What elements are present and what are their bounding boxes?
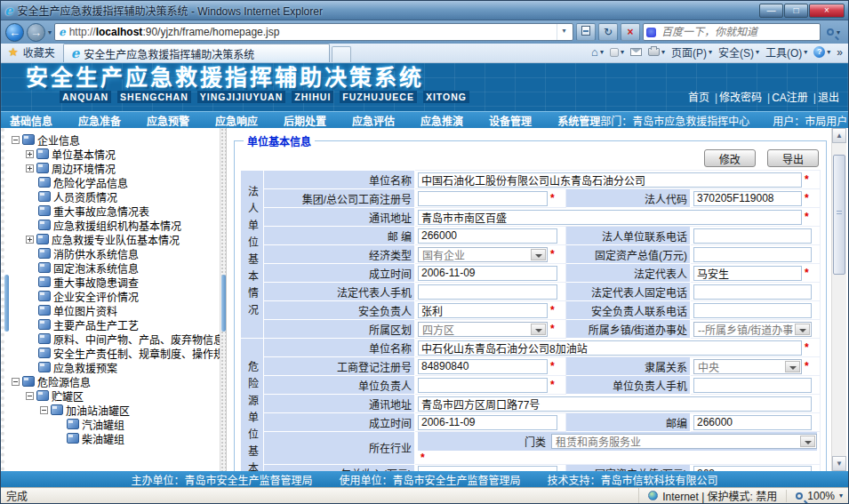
feeds-button[interactable]: ▾ [610, 48, 624, 57]
compatibility-view-button[interactable] [576, 23, 596, 41]
form-input[interactable] [693, 228, 812, 244]
tab-active[interactable]: e 安全生产应急救援指挥辅助决策系统 [63, 44, 330, 62]
help-button[interactable]: ?▾ [813, 46, 830, 58]
nav-item[interactable]: 设备管理 [489, 113, 532, 128]
form-input[interactable] [418, 359, 548, 374]
nav-item[interactable]: 后期处置 [284, 113, 326, 128]
form-input[interactable] [418, 172, 802, 188]
search-input[interactable] [660, 25, 818, 39]
tree-expander-icon[interactable] [26, 164, 34, 172]
form-select[interactable]: 国有企业 [418, 247, 548, 262]
form-select[interactable]: 中央 [693, 359, 802, 374]
tree-expander-icon[interactable] [12, 378, 20, 386]
form-input[interactable] [418, 303, 548, 318]
form-input[interactable] [693, 303, 812, 318]
tree-item[interactable]: 应急救援专业队伍基本情况 [12, 232, 220, 246]
tree-item[interactable]: 企业信息 [12, 132, 220, 147]
form-select[interactable]: 租赁和商务服务业 [551, 434, 817, 449]
nav-item[interactable]: 应急推演 [420, 113, 463, 128]
tree-item[interactable]: 主要产品生产工艺 [12, 317, 220, 332]
scroll-thumb[interactable] [833, 155, 845, 275]
tree-item[interactable]: 应急救援组织机构基本情况 [12, 218, 220, 232]
scroll-up-button[interactable]: ▲ [832, 128, 846, 143]
form-input[interactable] [693, 247, 812, 262]
form-input[interactable] [418, 340, 802, 356]
close-button[interactable]: × [809, 4, 845, 18]
form-input[interactable] [418, 191, 548, 206]
splitter-collapse-handle[interactable] [221, 275, 226, 332]
tree-item[interactable]: 应急救援预案 [12, 360, 220, 374]
tree-item[interactable]: 加油站油罐区 [12, 403, 220, 417]
form-input[interactable] [418, 396, 812, 412]
print-button[interactable]: ▾ [648, 48, 665, 56]
form-input[interactable] [693, 266, 802, 281]
form-input[interactable] [693, 415, 812, 430]
nav-item[interactable]: 应急评估 [352, 113, 395, 128]
nav-item[interactable]: 基础信息 [10, 113, 52, 128]
forward-button[interactable]: → [27, 23, 45, 42]
form-input[interactable] [418, 266, 557, 281]
tree-item[interactable]: 单位图片资料 [12, 303, 220, 317]
header-link[interactable]: CA注册 [772, 92, 808, 104]
tree-item[interactable]: 原料、中间产物、产品、废弃物信息 [12, 332, 220, 346]
tree-item[interactable]: 危险化学品信息 [12, 175, 220, 189]
tree-expander-icon[interactable] [26, 392, 34, 400]
header-link[interactable]: 首页 [688, 92, 709, 104]
refresh-button[interactable]: ↻ [598, 23, 618, 41]
tree-item[interactable]: 贮罐区 [12, 388, 220, 403]
minimize-button[interactable]: — [759, 4, 783, 18]
nav-item[interactable]: 应急准备 [78, 113, 121, 128]
search-button[interactable]: ▾ [823, 28, 844, 36]
form-input[interactable] [418, 284, 557, 300]
read-mail-button[interactable] [630, 48, 642, 56]
maximize-button[interactable]: □ [784, 4, 808, 18]
form-input[interactable] [693, 466, 812, 471]
form-select[interactable]: --所属乡镇/街道办事处-- [693, 322, 812, 337]
tree-expander-icon[interactable] [12, 136, 20, 144]
nav-item[interactable]: 应急响应 [215, 113, 258, 128]
search-dropdown-icon[interactable]: ▾ [837, 28, 840, 36]
tree-item[interactable]: 重大事故应急情况表 [12, 204, 220, 218]
tools-menu-button[interactable]: 工具(O)▾ [765, 44, 807, 60]
nav-item[interactable]: 系统管理 [557, 113, 600, 128]
export-button[interactable]: 导出 [767, 149, 819, 167]
address-dropdown-icon[interactable]: ▾ [557, 24, 571, 40]
form-input[interactable] [693, 191, 802, 206]
form-input[interactable] [418, 378, 548, 393]
zoom-control[interactable]: 100% ▾ [786, 490, 843, 502]
zoom-dropdown-icon[interactable]: ▾ [839, 492, 843, 500]
tree-item[interactable]: 单位基本情况 [12, 147, 220, 161]
form-select[interactable]: 四方区 [418, 322, 548, 337]
form-input[interactable] [418, 415, 557, 430]
safety-menu-button[interactable]: 安全(S)▾ [718, 44, 759, 60]
tree-item[interactable]: 企业安全评价情况 [12, 289, 220, 303]
modify-button[interactable]: 修改 [704, 149, 756, 167]
stop-button[interactable]: × [621, 23, 640, 41]
scroll-down-button[interactable]: ▼ [832, 456, 846, 471]
tree-item[interactable]: 周边环境情况 [12, 161, 220, 175]
nav-item[interactable]: 应急预警 [147, 113, 189, 128]
tree-item[interactable]: 柴油罐组 [12, 431, 220, 445]
form-input[interactable] [418, 210, 802, 225]
tree-item[interactable]: 固定泡沫系统信息 [12, 260, 220, 275]
history-dropdown-icon[interactable]: ▾ [48, 28, 52, 36]
form-input[interactable] [418, 228, 557, 244]
tree-expander-icon[interactable] [26, 150, 34, 158]
page-menu-button[interactable]: 页面(P)▾ [671, 44, 712, 60]
tree-expander-icon[interactable] [26, 236, 34, 244]
form-input[interactable] [693, 284, 812, 300]
new-tab-button[interactable] [332, 46, 351, 62]
back-button[interactable]: ← [5, 23, 24, 42]
panel-grip[interactable] [4, 275, 9, 332]
form-input[interactable] [693, 378, 812, 393]
favorites-button[interactable]: ★ 收藏夹 [4, 44, 63, 62]
tree-expander-icon[interactable] [40, 406, 48, 414]
header-link[interactable]: 退出 [818, 92, 839, 104]
tree-item[interactable]: 危险源信息 [12, 374, 220, 388]
tree-item[interactable]: 人员资质情况 [12, 189, 220, 204]
address-field[interactable]: e http://localhost:90/yjzh/frame/homepag… [54, 23, 573, 41]
tree-item[interactable]: 消防供水系统信息 [12, 246, 220, 260]
tree-item[interactable]: 汽油罐组 [12, 417, 220, 431]
tree-item[interactable]: 安全生产责任制、规章制度、操作规程信息 [12, 346, 220, 360]
overflow-chevron-icon[interactable]: » [837, 46, 843, 59]
